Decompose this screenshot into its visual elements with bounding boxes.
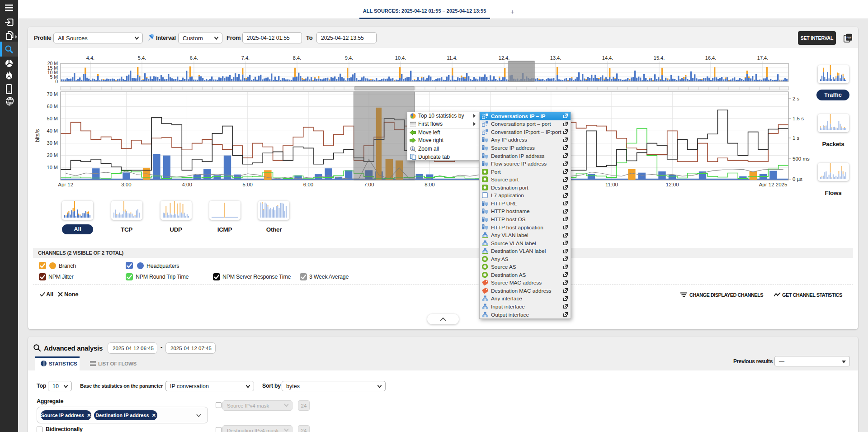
- svg-text:0 µs: 0 µs: [793, 176, 802, 182]
- svg-text:8.4.: 8.4.: [293, 55, 301, 61]
- svg-text:60 M: 60 M: [47, 104, 58, 109]
- svg-text:14.4.: 14.4.: [602, 55, 613, 61]
- svg-text:4:00: 4:00: [182, 182, 192, 187]
- svg-text:0: 0: [55, 79, 58, 84]
- svg-text:12.4.: 12.4.: [499, 55, 509, 61]
- svg-text:10 M: 10 M: [47, 165, 58, 170]
- svg-text:500 ms: 500 ms: [793, 156, 810, 161]
- svg-text:4.4.: 4.4.: [86, 55, 94, 61]
- svg-text:7:00: 7:00: [364, 182, 374, 187]
- svg-text:1 s: 1 s: [793, 135, 800, 141]
- svg-text:12:00: 12:00: [666, 182, 679, 187]
- svg-text:11.4.: 11.4.: [447, 55, 458, 61]
- svg-text:Apr 12: Apr 12: [58, 182, 73, 187]
- svg-text:5:00: 5:00: [243, 182, 253, 187]
- svg-text:Apr 12 2025: Apr 12 2025: [759, 182, 788, 187]
- svg-text:5.4.: 5.4.: [138, 55, 146, 61]
- svg-text:PDF: PDF: [847, 36, 852, 39]
- svg-text:bits/s: bits/s: [34, 129, 41, 142]
- svg-text:70 M: 70 M: [47, 91, 58, 97]
- svg-text:2 s: 2 s: [793, 96, 800, 101]
- svg-text:30 M: 30 M: [47, 140, 58, 146]
- svg-text:6.4.: 6.4.: [190, 55, 198, 61]
- svg-text:9.4.: 9.4.: [345, 55, 353, 61]
- svg-text:10.4.: 10.4.: [395, 55, 406, 61]
- svg-text:7.4.: 7.4.: [241, 55, 250, 61]
- svg-text:3:00: 3:00: [121, 182, 131, 187]
- svg-text:15.4.: 15.4.: [654, 55, 665, 61]
- svg-text:40 M: 40 M: [47, 128, 58, 133]
- svg-text:8:00: 8:00: [425, 182, 434, 187]
- svg-text:50 M: 50 M: [47, 116, 58, 121]
- svg-text:6:00: 6:00: [303, 182, 313, 187]
- svg-text:11:00: 11:00: [605, 182, 618, 187]
- svg-text:13.4.: 13.4.: [550, 55, 561, 61]
- svg-text:16.4.: 16.4.: [705, 55, 716, 61]
- svg-text:17.4.: 17.4.: [757, 55, 768, 61]
- svg-text:20 M: 20 M: [47, 152, 58, 158]
- svg-text:1: 1: [412, 147, 414, 150]
- svg-text:1.5 s: 1.5 s: [793, 116, 804, 121]
